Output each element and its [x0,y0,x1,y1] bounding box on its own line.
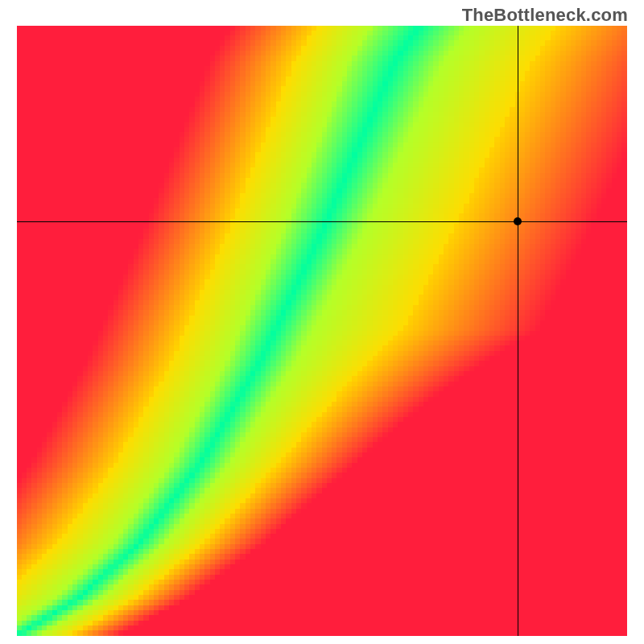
selection-marker-dot [514,217,522,225]
bottleneck-heatmap [17,26,627,636]
crosshair-vertical [518,26,518,636]
watermark-text: TheBottleneck.com [462,5,628,26]
crosshair-horizontal [17,221,627,222]
